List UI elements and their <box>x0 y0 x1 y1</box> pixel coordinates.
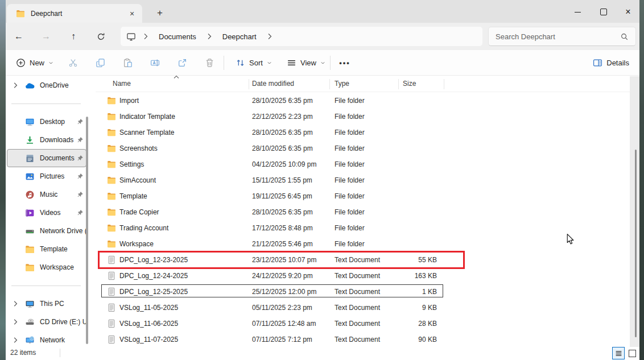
sidebar-item-desktop[interactable]: Desktop <box>7 113 86 131</box>
file-row-trade-copier[interactable]: Trade Copier28/10/2025 6:35 pmFile folde… <box>96 204 639 220</box>
circle-plus-icon <box>16 58 26 68</box>
large-icons-view-icon <box>629 350 636 357</box>
breadcrumb-chevron-icon[interactable] <box>143 32 148 40</box>
column-separator[interactable] <box>249 79 249 89</box>
file-row-workspace[interactable]: Workspace21/12/2025 5:46 pmFile folder <box>96 236 639 252</box>
file-row-indicator-template[interactable]: Indicator Template22/12/2025 2:23 pmFile… <box>96 109 639 125</box>
back-button[interactable]: ← <box>10 27 28 45</box>
file-name[interactable]: Trade Copier <box>119 204 242 220</box>
file-name[interactable]: Import <box>119 93 242 109</box>
sidebar-item-workspace[interactable]: Workspace <box>7 258 86 276</box>
breadcrumb-chevron-icon[interactable] <box>267 32 273 40</box>
file-row-dpc-log-12-25-2025[interactable]: DPC_Log_12-25-202525/12/2025 12:00 pmTex… <box>96 284 639 300</box>
column-separator[interactable] <box>444 79 444 89</box>
file-name[interactable]: Settings <box>119 156 242 172</box>
breadcrumb-item-deepchart[interactable]: Deepchart <box>219 31 260 42</box>
file-name[interactable]: VSLog_11-06-2025 <box>119 316 242 332</box>
file-name[interactable]: Indicator Template <box>119 109 242 125</box>
column-header-type[interactable]: Type <box>335 80 349 88</box>
file-row-dpc-log-12-23-2025[interactable]: DPC_Log_12-23-202523/12/2025 10:07 pmTex… <box>96 252 639 268</box>
cut-button[interactable] <box>63 54 83 72</box>
details-pane-button[interactable]: Details <box>588 54 634 72</box>
file-name[interactable]: DPC_Log_12-24-2025 <box>119 268 242 284</box>
file-row-screenshots[interactable]: Screenshots28/10/2025 6:35 pmFile folder <box>96 140 639 156</box>
tab-close-icon[interactable]: × <box>126 8 138 19</box>
view-button[interactable]: View <box>282 54 330 72</box>
file-name[interactable]: DPC_Log_12-25-2025 <box>119 284 242 300</box>
refresh-button[interactable] <box>92 27 110 45</box>
breadcrumb-item-documents[interactable]: Documents <box>155 31 200 42</box>
column-header-date-modified[interactable]: Date modified <box>252 80 294 88</box>
file-row-import[interactable]: Import28/10/2025 6:35 pmFile folder <box>96 93 639 109</box>
file-row-settings[interactable]: Settings04/12/2025 10:09 pmFile folder <box>96 156 639 172</box>
up-button[interactable]: ↑ <box>64 27 82 45</box>
column-header-name[interactable]: Name <box>113 80 131 88</box>
file-row-simaccount[interactable]: SimAccount15/11/2025 1:55 pmFile folder <box>96 172 639 188</box>
minimize-button[interactable] <box>564 0 591 24</box>
new-tab-button[interactable]: + <box>152 6 167 20</box>
sidebar-item-pictures[interactable]: Pictures <box>7 167 86 185</box>
chevron-right-icon[interactable] <box>11 317 20 326</box>
sidebar-item-downloads[interactable]: Downloads <box>7 131 86 149</box>
forward-button[interactable]: → <box>37 27 55 45</box>
list-scrollbar-track[interactable] <box>630 76 639 347</box>
file-name[interactable]: SimAccount <box>119 172 242 188</box>
large-icons-view-toggle[interactable] <box>626 347 638 359</box>
tab-title: Deepchart <box>31 10 126 18</box>
file-name[interactable]: Workspace <box>119 236 242 252</box>
file-name[interactable]: DPC_Log_12-23-2025 <box>119 252 242 268</box>
file-row-trading-account[interactable]: Trading Account17/12/2025 8:48 pmFile fo… <box>96 220 639 236</box>
file-type: File folder <box>335 93 396 109</box>
rename-button[interactable] <box>145 54 165 72</box>
file-row-vslog-11-05-2025[interactable]: VSLog_11-05-202505/11/2025 2:23 pmText D… <box>96 300 639 316</box>
close-window-button[interactable]: × <box>617 0 639 24</box>
file-name[interactable]: Trading Account <box>119 220 242 236</box>
more-options-button[interactable]: ••• <box>335 54 355 72</box>
column-separator[interactable] <box>398 79 399 89</box>
file-name[interactable]: Screenshots <box>119 140 242 156</box>
list-scrollbar-thumb[interactable] <box>635 150 637 337</box>
sidebar-item-onedrive[interactable]: OneDrive <box>7 76 86 94</box>
sidebar-item-this-pc[interactable]: This PC <box>7 295 86 313</box>
file-name[interactable]: Scanner Template <box>119 125 242 140</box>
tab-deepchart[interactable]: Deepchart × <box>7 4 142 23</box>
clipboard-icon <box>123 58 133 68</box>
chevron-right-icon[interactable] <box>11 336 20 345</box>
delete-button[interactable] <box>199 54 220 72</box>
file-name[interactable]: VSLog_11-05-2025 <box>119 300 242 316</box>
search-box[interactable] <box>488 27 636 46</box>
column-separator[interactable] <box>329 79 330 89</box>
chevron-right-icon[interactable] <box>11 299 20 308</box>
sort-arrows-icon <box>236 58 245 68</box>
sidebar-item-network-drive-z[interactable]: Network Drive (Z <box>7 222 86 240</box>
maximize-button[interactable] <box>591 0 617 24</box>
sidebar-item-template[interactable]: Template <box>7 240 86 258</box>
file-row-template[interactable]: Template19/11/2025 6:45 pmFile folder <box>96 188 639 204</box>
sidebar-item-music[interactable]: Music <box>7 185 86 204</box>
chevron-right-icon[interactable] <box>11 81 20 90</box>
file-row-dpc-log-12-24-2025[interactable]: DPC_Log_12-24-202524/12/2025 9:20 pmText… <box>96 268 639 284</box>
new-button[interactable]: New <box>10 54 59 72</box>
sidebar-item-documents[interactable]: Documents <box>7 149 86 167</box>
folder-icon <box>16 9 25 18</box>
sidebar-item-cd-drive-e-ut[interactable]: CD Drive (E:) UT <box>7 313 86 331</box>
breadcrumb-chevron-icon[interactable] <box>207 32 212 40</box>
column-header-size[interactable]: Size <box>403 80 416 88</box>
sidebar-item-videos[interactable]: Videos <box>7 204 86 222</box>
search-input[interactable] <box>489 32 618 41</box>
paste-button[interactable] <box>117 54 138 72</box>
this-pc-icon[interactable] <box>126 32 136 42</box>
sidebar-scrollbar[interactable] <box>86 117 88 344</box>
file-row-vslog-11-07-2025[interactable]: VSLog_11-07-202507/11/2025 7:12 pmText D… <box>96 332 639 347</box>
file-row-scanner-template[interactable]: Scanner Template28/10/2025 6:35 pmFile f… <box>96 125 639 140</box>
file-date-modified: 04/12/2025 10:09 pm <box>252 156 332 172</box>
file-name[interactable]: Template <box>119 188 242 204</box>
file-name[interactable]: VSLog_11-07-2025 <box>119 332 242 347</box>
share-button[interactable] <box>172 54 192 72</box>
file-row-vslog-11-06-2025[interactable]: VSLog_11-06-202507/11/2025 12:48 amText … <box>96 316 639 332</box>
chevron-spacer <box>11 263 20 272</box>
file-type: File folder <box>335 204 396 220</box>
details-view-toggle[interactable] <box>612 347 625 359</box>
sort-button[interactable]: Sort <box>231 54 276 72</box>
copy-button[interactable] <box>90 54 110 72</box>
